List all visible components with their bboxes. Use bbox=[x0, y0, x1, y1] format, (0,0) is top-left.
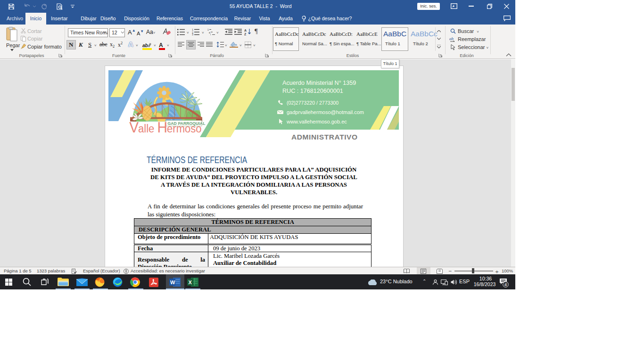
svg-text:gadprvallehermoso@hotmail.com: gadprvallehermoso@hotmail.com bbox=[287, 109, 364, 115]
svg-text:3: 3 bbox=[192, 33, 193, 35]
svg-text:X: X bbox=[189, 280, 192, 285]
svg-text:Acuerdo Ministerial N° 1359: Acuerdo Ministerial N° 1359 bbox=[282, 80, 356, 86]
svg-text:A: A bbox=[244, 29, 247, 32]
svg-text:www.vallehermoso.gob.ec: www.vallehermoso.gob.ec bbox=[286, 119, 347, 124]
svg-text:i: i bbox=[210, 33, 211, 35]
svg-text:ab: ab bbox=[449, 36, 454, 41]
svg-text:Z: Z bbox=[244, 33, 247, 35]
svg-text:RUC : 1768120600001: RUC : 1768120600001 bbox=[282, 88, 343, 94]
svg-text:W: W bbox=[170, 280, 175, 285]
svg-text:(02)2773220 / 2773300: (02)2773220 / 2773300 bbox=[287, 100, 339, 106]
